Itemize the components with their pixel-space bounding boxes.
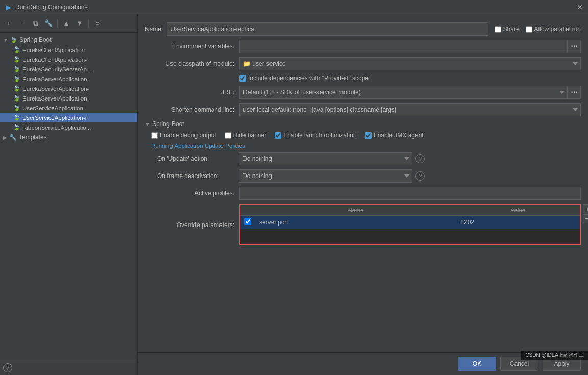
enable-launch-checkbox-label[interactable]: Enable launch optimization: [275, 132, 356, 139]
sidebar-toolbar: + − ⧉ 🔧 ▲ ▼ »: [0, 14, 137, 33]
tree-item-eureka-client-2[interactable]: 🍃 EurekaClientApplication-: [0, 55, 137, 64]
tree-item-label: RibbonServiceApplicatio...: [22, 124, 91, 131]
tree-item-eureka-security[interactable]: 🍃 EurekaSecurityServerAp...: [0, 64, 137, 74]
jre-value: Default (1.8 - SDK of 'user-service' mod…: [239, 86, 581, 99]
enable-jmx-checkbox[interactable]: [365, 132, 372, 139]
ok-button[interactable]: OK: [458, 357, 496, 371]
run-icon: 🍃: [13, 95, 20, 102]
override-table-container: Name Value: [239, 204, 581, 245]
tree-item-eureka-server-1[interactable]: 🍃 EurekaServerApplication-: [0, 74, 137, 84]
allow-parallel-checkbox[interactable]: [526, 26, 532, 33]
classpath-row: Use classpath of module: 📁 user-service: [145, 57, 581, 70]
frame-deactivation-select[interactable]: Do nothing: [239, 169, 412, 183]
active-profiles-input[interactable]: [239, 187, 581, 200]
enable-jmx-checkbox-label[interactable]: Enable JMX agent: [365, 132, 424, 139]
shorten-cmd-row: Shorten command line: user-local default…: [145, 103, 581, 116]
update-action-help[interactable]: ?: [415, 154, 425, 163]
tree-item-label: UserServiceApplication-r: [22, 115, 87, 121]
run-icon: 🍃: [13, 76, 20, 82]
enable-launch-checkbox[interactable]: [275, 132, 281, 139]
title-bar: ▶ Run/Debug Configurations ✕: [0, 0, 588, 14]
run-icon: 🍃: [13, 56, 20, 63]
add-row-button[interactable]: +: [583, 204, 588, 213]
tree-item-label: UserServiceApplication-: [22, 105, 85, 111]
toolbar-separator-2: [88, 19, 89, 28]
jre-select[interactable]: Default (1.8 - SDK of 'user-service' mod…: [239, 86, 568, 99]
tree-item-ribbon[interactable]: 🍃 RibbonServiceApplicatio...: [0, 122, 137, 132]
table-row[interactable]: server.port 8202: [240, 216, 580, 230]
shorten-cmd-value: user-local default: none - java [options…: [239, 103, 581, 116]
move-up-button[interactable]: ▲: [61, 18, 72, 29]
name-label: Name:: [145, 26, 163, 33]
allow-parallel-label: Allow parallel run: [534, 26, 581, 33]
run-icon: 🍃: [13, 85, 20, 92]
override-section: Override parameters: Name: [145, 204, 581, 245]
hide-banner-label: Hide banner: [233, 132, 266, 139]
update-action-select[interactable]: Do nothing: [239, 152, 412, 165]
remove-button[interactable]: −: [16, 18, 28, 29]
table-header-check: [240, 205, 255, 216]
allow-parallel-checkbox-label[interactable]: Allow parallel run: [526, 26, 581, 33]
classpath-select-field: 📁 user-service: [239, 57, 581, 70]
tree-item-label: EurekaServerApplication-: [22, 86, 89, 92]
tree-item-label: EurekaServerApplication-: [22, 76, 89, 82]
env-vars-input[interactable]: [239, 40, 568, 53]
content-panel: Name: Share Allow parallel run Environme…: [138, 14, 588, 375]
frame-deactivation-row: On frame deactivation: Do nothing ?: [157, 169, 581, 183]
more-button[interactable]: »: [92, 18, 103, 29]
settings-button[interactable]: 🔧: [43, 18, 54, 29]
hide-banner-checkbox-label[interactable]: Hide banner: [225, 132, 266, 139]
running-policies-title: Running Application Update Policies: [151, 143, 581, 149]
sidebar: + − ⧉ 🔧 ▲ ▼ » ▼ 🍃 Spring Boot 🍃 EurekaCl…: [0, 14, 138, 375]
name-input[interactable]: [167, 22, 488, 36]
update-action-label: On 'Update' action:: [157, 155, 239, 162]
close-button[interactable]: ✕: [576, 3, 584, 11]
run-icon: 🍃: [13, 105, 20, 111]
copy-button[interactable]: ⧉: [30, 18, 41, 29]
enable-debug-checkbox-label[interactable]: Enable debug output: [151, 132, 216, 139]
tree-item-eureka-server-3[interactable]: 🍃 EurekaServerApplication-: [0, 93, 137, 103]
table-header-value: Value: [456, 205, 580, 216]
tree-item-eureka-server-2[interactable]: 🍃 EurekaServerApplication-: [0, 84, 137, 93]
row-checkbox[interactable]: [244, 218, 251, 225]
spring-boot-collapse-icon[interactable]: ▼: [145, 121, 150, 127]
templates-icon: 🔧: [9, 134, 17, 141]
jre-more-button[interactable]: ⋯: [568, 86, 581, 99]
include-deps-value: Include dependencies with "Provided" sco…: [239, 74, 581, 82]
jre-label: JRE:: [145, 89, 239, 96]
row-name-cell: server.port: [255, 216, 456, 230]
classpath-select[interactable]: 📁 user-service: [239, 57, 581, 70]
move-down-button[interactable]: ▼: [74, 18, 85, 29]
spring-boot-group[interactable]: ▼ 🍃 Spring Boot: [0, 35, 137, 45]
hide-banner-checkbox[interactable]: [225, 132, 231, 139]
share-checkbox[interactable]: [495, 26, 501, 33]
share-checkbox-label[interactable]: Share: [495, 26, 520, 33]
name-row: Name: Share Allow parallel run: [145, 19, 581, 40]
include-deps-checkbox[interactable]: [239, 75, 246, 82]
run-icon: 🍃: [13, 114, 20, 121]
env-vars-row: Environment variables: ⋯: [145, 40, 581, 53]
env-browse-button[interactable]: ⋯: [568, 40, 581, 53]
tree-item-eureka-client-1[interactable]: 🍃 EurekaClientApplication: [0, 45, 137, 55]
shorten-cmd-select[interactable]: user-local default: none - java [options…: [239, 103, 581, 116]
frame-deactivation-help[interactable]: ?: [415, 171, 425, 181]
frame-deactivation-label: On frame deactivation:: [157, 172, 239, 180]
include-deps-row: Include dependencies with "Provided" sco…: [145, 74, 581, 82]
tree-item-label: EurekaClientApplication: [22, 47, 85, 53]
tree-item-user-service-2[interactable]: 🍃 UserServiceApplication-r: [0, 113, 137, 122]
sidebar-help-button[interactable]: ?: [3, 363, 12, 372]
templates-group[interactable]: ▶ 🔧 Templates: [0, 132, 137, 142]
tree-item-user-service-1[interactable]: 🍃 UserServiceApplication-: [0, 103, 137, 113]
watermark: CSDN @IDEA上的操作工: [521, 351, 588, 360]
row-value-cell: 8202: [456, 216, 580, 230]
active-profiles-value: [239, 187, 581, 200]
sidebar-tree: ▼ 🍃 Spring Boot 🍃 EurekaClientApplicatio…: [0, 33, 137, 360]
spring-boot-checkboxes: Enable debug output Hide banner Enable l…: [151, 132, 581, 139]
update-action-select-wrapper: Do nothing ?: [239, 152, 425, 165]
enable-debug-checkbox[interactable]: [151, 132, 158, 139]
tree-item-label: EurekaSecurityServerAp...: [22, 66, 92, 72]
remove-row-button[interactable]: −: [583, 214, 588, 223]
override-params-label: Override parameters:: [145, 221, 239, 229]
add-button[interactable]: +: [3, 18, 14, 29]
include-deps-checkbox-label[interactable]: Include dependencies with "Provided" sco…: [239, 74, 369, 82]
